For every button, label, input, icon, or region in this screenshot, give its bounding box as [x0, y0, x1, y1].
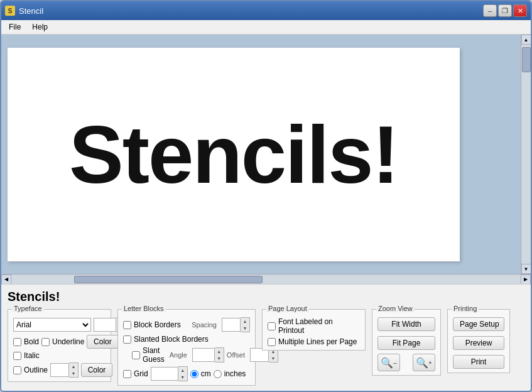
- angle-up-button[interactable]: ▲: [215, 348, 224, 355]
- bold-label: Bold: [24, 337, 39, 346]
- spacing-input[interactable]: 0: [222, 318, 241, 332]
- page-layout-title: Page Layout: [266, 305, 309, 312]
- fit-page-button[interactable]: Fit Page: [377, 336, 435, 350]
- grid-spin: 1.000 ▲ ▼: [151, 366, 188, 381]
- letter-blocks-group: Letter Blocks Block Borders Spacing 0 ▲ …: [117, 309, 256, 386]
- print-button[interactable]: Print: [453, 355, 504, 369]
- zoom-in-button[interactable]: 🔍+: [413, 354, 435, 371]
- zoom-buttons-row: 🔍– 🔍+: [377, 354, 435, 371]
- spacing-up-button[interactable]: ▲: [241, 318, 249, 325]
- page-layout-content: Font Labeled on Printout Multiple Lines …: [268, 317, 360, 346]
- underline-label: Underline: [52, 337, 84, 346]
- slant-guess-row: Slant Guess Angle 0.0 ▲ ▼ Offset 0: [132, 346, 250, 364]
- menu-help[interactable]: Help: [27, 21, 53, 33]
- slanted-borders-row: Slanted Block Borders: [123, 335, 250, 344]
- letter-blocks-title: Letter Blocks: [122, 305, 166, 312]
- horizontal-scrollbar[interactable]: ◀ ▶: [1, 274, 531, 284]
- scroll-thumb-horizontal[interactable]: [74, 276, 263, 283]
- zoom-content: Fit Width Fit Page 🔍– 🔍+: [377, 317, 435, 371]
- title-bar: S Stencil – ❐ ✕: [1, 1, 531, 20]
- fit-width-button[interactable]: Fit Width: [377, 317, 435, 331]
- outline-checkbox[interactable]: [13, 366, 21, 374]
- cm-radio[interactable]: [190, 370, 198, 378]
- bottom-controls: Stencils! Typeface Arial Times New Roman…: [1, 284, 531, 391]
- grid-spin-buttons: ▲ ▼: [178, 366, 188, 381]
- angle-input[interactable]: 0.0: [192, 348, 215, 362]
- title-buttons: – ❐ ✕: [483, 4, 527, 17]
- vertical-scrollbar[interactable]: ▲ ▼: [521, 35, 531, 274]
- printing-title: Printing: [452, 305, 479, 312]
- angle-label: Angle: [170, 351, 187, 359]
- angle-down-button[interactable]: ▼: [215, 355, 224, 362]
- scroll-down-button[interactable]: ▼: [521, 264, 531, 274]
- font-labeled-checkbox[interactable]: [268, 322, 276, 330]
- font-labeled-label: Font Labeled on Printout: [278, 317, 360, 335]
- cm-label: cm: [201, 369, 211, 378]
- printing-group: Printing Page Setup Preview Print: [447, 309, 510, 373]
- slant-guess-label: Slant Guess: [143, 346, 165, 364]
- block-borders-label: Block Borders: [134, 320, 181, 329]
- outline-color-button[interactable]: Color: [81, 363, 112, 377]
- outline-up-button[interactable]: ▲: [69, 363, 78, 370]
- typeface-group-title: Typeface: [12, 305, 44, 312]
- italic-checkbox[interactable]: [13, 352, 21, 360]
- grid-input[interactable]: 1.000: [151, 367, 178, 381]
- spacing-down-button[interactable]: ▼: [241, 325, 249, 332]
- multiple-lines-label: Multiple Lines per Page: [278, 337, 357, 346]
- block-borders-checkbox[interactable]: [123, 321, 131, 329]
- scroll-right-button[interactable]: ▶: [521, 275, 531, 285]
- minimize-button[interactable]: –: [483, 4, 497, 17]
- offset-down-button[interactable]: ▼: [269, 355, 278, 362]
- zoom-view-group: Zoom View Fit Width Fit Page 🔍– 🔍+: [372, 309, 441, 376]
- preview-title: Stencils!: [8, 290, 524, 304]
- slanted-borders-checkbox[interactable]: [123, 335, 131, 344]
- font-size-input[interactable]: 128: [94, 318, 116, 332]
- app-icon: S: [5, 6, 15, 16]
- italic-row: Italic: [13, 351, 106, 360]
- bold-checkbox[interactable]: [13, 338, 21, 346]
- controls-row: Typeface Arial Times New Roman Verdana 1…: [8, 309, 524, 386]
- spacing-spin-buttons: ▲ ▼: [241, 317, 250, 332]
- restore-button[interactable]: ❐: [498, 4, 512, 17]
- font-labeled-row: Font Labeled on Printout: [268, 317, 360, 335]
- slant-guess-checkbox[interactable]: [132, 351, 140, 359]
- multiple-lines-checkbox[interactable]: [268, 338, 276, 346]
- page: Stencils!: [8, 48, 460, 261]
- zoom-view-title: Zoom View: [376, 305, 415, 312]
- stencil-preview-text: Stencils!: [69, 107, 398, 202]
- grid-checkbox[interactable]: [123, 370, 131, 378]
- offset-label: Offset: [227, 351, 245, 359]
- grid-label: Grid: [134, 369, 148, 378]
- inches-radio[interactable]: [214, 370, 222, 378]
- inches-label: inches: [224, 369, 246, 378]
- canvas-area: Stencils! ▲ ▼: [1, 35, 531, 274]
- menu-file[interactable]: File: [4, 21, 26, 33]
- page-container: Stencils!: [1, 35, 521, 274]
- title-bar-left: S Stencil: [5, 6, 43, 16]
- zoom-out-button[interactable]: 🔍–: [377, 354, 400, 371]
- grid-row: Grid 1.000 ▲ ▼ cm inches: [123, 366, 250, 381]
- angle-spin-buttons: ▲ ▼: [215, 347, 224, 362]
- page-layout-group: Page Layout Font Labeled on Printout Mul…: [262, 309, 366, 351]
- scroll-thumb-vertical[interactable]: [522, 47, 531, 72]
- font-select-row: Arial Times New Roman Verdana 128 ▲ ▼: [13, 317, 106, 332]
- grid-down-button[interactable]: ▼: [178, 374, 187, 381]
- page-setup-button[interactable]: Page Setup: [453, 317, 504, 331]
- menubar: File Help: [1, 20, 531, 35]
- underline-checkbox[interactable]: [41, 338, 50, 346]
- letter-blocks-content: Block Borders Spacing 0 ▲ ▼: [123, 317, 250, 381]
- preview-button[interactable]: Preview: [453, 336, 504, 350]
- font-select[interactable]: Arial Times New Roman Verdana: [13, 318, 91, 332]
- color-button[interactable]: Color: [87, 335, 118, 349]
- spacing-label: Spacing: [192, 321, 217, 329]
- outline-value-input[interactable]: 1: [50, 363, 69, 377]
- grid-up-button[interactable]: ▲: [178, 367, 187, 374]
- outline-spin-buttons: ▲ ▼: [69, 362, 79, 378]
- close-button[interactable]: ✕: [513, 4, 527, 17]
- scroll-up-button[interactable]: ▲: [521, 35, 531, 45]
- scroll-left-button[interactable]: ◀: [1, 275, 11, 285]
- angle-spin: 0.0 ▲ ▼: [192, 347, 224, 362]
- outline-down-button[interactable]: ▼: [69, 370, 78, 377]
- printing-content: Page Setup Preview Print: [453, 317, 504, 369]
- italic-label: Italic: [24, 351, 40, 360]
